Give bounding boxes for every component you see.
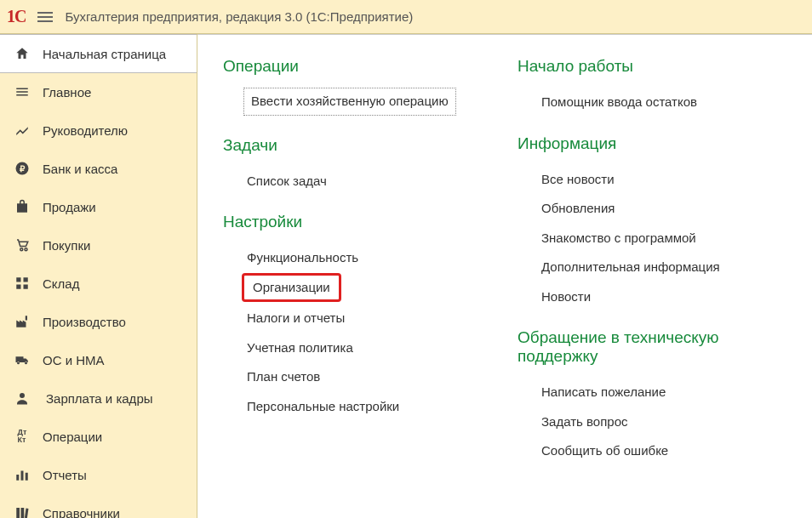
topbar: 1C Бухгалтерия предприятия, редакция 3.0… xyxy=(0,0,812,34)
app-logo: 1C xyxy=(7,7,26,26)
link-news[interactable]: Новости xyxy=(518,282,786,312)
section-support-title: Обращение в техническую поддержку xyxy=(518,328,786,366)
ruble-icon: ₽ xyxy=(14,160,31,177)
svg-rect-2 xyxy=(16,277,20,282)
sidebar-item-label: Начальная страница xyxy=(43,47,183,61)
bars-icon xyxy=(14,466,31,483)
sidebar-item-directories[interactable]: Справочники xyxy=(0,494,197,518)
sidebar-item-label: Главное xyxy=(43,85,183,100)
sidebar-item-label: Операции xyxy=(43,430,183,444)
sidebar-item-label: Отчеты xyxy=(43,468,183,482)
sidebar-item-operations[interactable]: ДтКт Операции xyxy=(0,418,197,456)
section-operations-title: Операции xyxy=(223,57,492,76)
sidebar-item-label: Склад xyxy=(43,276,183,291)
link-taxes-reports[interactable]: Налоги и отчеты xyxy=(223,304,492,333)
sidebar-item-purchases[interactable]: Покупки xyxy=(0,226,197,265)
menu-icon xyxy=(14,83,31,100)
link-functionality[interactable]: Функциональность xyxy=(223,243,492,273)
content-area: Операции Ввести хозяйственную операцию З… xyxy=(197,34,812,518)
person-icon xyxy=(14,390,31,407)
sidebar-item-reports[interactable]: Отчеты xyxy=(0,456,197,494)
bag-icon xyxy=(14,198,31,215)
link-additional-info[interactable]: Дополнительная информация xyxy=(518,253,786,282)
chart-icon xyxy=(14,122,31,139)
sidebar-item-label: Зарплата и кадры xyxy=(46,391,183,406)
svg-point-6 xyxy=(20,393,25,398)
sidebar-item-label: Продажи xyxy=(43,200,183,214)
svg-rect-10 xyxy=(16,508,20,518)
home-icon xyxy=(14,45,31,62)
svg-rect-8 xyxy=(21,471,24,481)
left-column: Операции Ввести хозяйственную операцию З… xyxy=(223,50,492,466)
sidebar-item-label: Справочники xyxy=(43,506,183,519)
link-all-news[interactable]: Все новости xyxy=(518,165,786,195)
right-column: Начало работы Помощник ввода остатков Ин… xyxy=(518,50,786,466)
books-icon xyxy=(14,504,31,518)
link-report-error[interactable]: Сообщить об ошибке xyxy=(518,436,786,466)
link-chart-accounts[interactable]: План счетов xyxy=(223,362,492,392)
link-ask-question[interactable]: Задать вопрос xyxy=(518,407,786,437)
sidebar-item-sales[interactable]: Продажи xyxy=(0,188,197,226)
section-tasks-title: Задачи xyxy=(223,136,492,155)
link-balance-helper[interactable]: Помощник ввода остатков xyxy=(518,88,786,117)
section-start-title: Начало работы xyxy=(518,57,786,76)
dtkt-icon: ДтКт xyxy=(14,428,31,445)
sidebar-item-warehouse[interactable]: Склад xyxy=(0,265,197,303)
sidebar-item-assets[interactable]: ОС и НМА xyxy=(0,341,197,379)
sidebar-item-label: Производство xyxy=(43,315,183,329)
link-enter-operation[interactable]: Ввести хозяйственную операцию xyxy=(243,88,456,116)
svg-rect-7 xyxy=(16,475,19,481)
menu-icon[interactable] xyxy=(37,12,53,22)
svg-rect-11 xyxy=(21,508,25,518)
truck-icon xyxy=(14,351,31,368)
sidebar-item-production[interactable]: Производство xyxy=(0,303,197,341)
app-title: Бухгалтерия предприятия, редакция 3.0 (1… xyxy=(65,9,413,24)
sidebar-item-manager[interactable]: Руководителю xyxy=(0,111,197,150)
svg-rect-9 xyxy=(26,473,28,481)
svg-rect-4 xyxy=(16,285,20,289)
svg-rect-3 xyxy=(24,277,28,282)
link-intro[interactable]: Знакомство с программой xyxy=(518,224,786,253)
cart-icon xyxy=(14,236,31,253)
svg-rect-12 xyxy=(25,509,29,518)
sidebar-item-home[interactable]: Начальная страница xyxy=(0,34,197,73)
link-organizations[interactable]: Организации xyxy=(242,273,341,303)
sidebar-item-salary[interactable]: Зарплата и кадры xyxy=(0,379,197,418)
svg-rect-5 xyxy=(24,285,28,289)
link-updates[interactable]: Обновления xyxy=(518,194,786,224)
sidebar-item-label: Покупки xyxy=(43,238,183,253)
sidebar-item-main[interactable]: Главное xyxy=(0,73,197,111)
grid-icon xyxy=(14,275,31,292)
link-task-list[interactable]: Список задач xyxy=(223,167,492,196)
link-accounting-policy[interactable]: Учетная политика xyxy=(223,333,492,363)
factory-icon xyxy=(14,313,31,330)
sidebar: Начальная страница Главное Руководителю … xyxy=(0,34,197,518)
section-info-title: Информация xyxy=(518,134,786,153)
sidebar-item-bank[interactable]: ₽ Банк и касса xyxy=(0,150,197,188)
link-personal-settings[interactable]: Персональные настройки xyxy=(223,392,492,422)
link-write-wish[interactable]: Написать пожелание xyxy=(518,378,786,407)
section-settings-title: Настройки xyxy=(223,213,492,231)
sidebar-item-label: ОС и НМА xyxy=(43,353,183,367)
svg-text:₽: ₽ xyxy=(20,164,26,174)
sidebar-item-label: Руководителю xyxy=(43,123,183,138)
sidebar-item-label: Банк и касса xyxy=(43,162,183,176)
